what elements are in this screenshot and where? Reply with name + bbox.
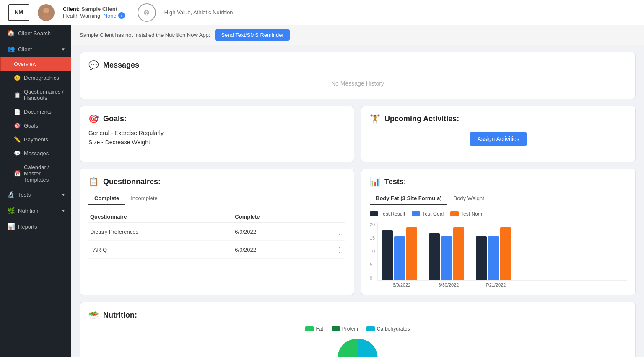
- sidebar-item-label: Calendar / Master Templates: [24, 164, 65, 183]
- legend-protein: Protein: [332, 326, 358, 332]
- goals-icon: 🎯: [88, 114, 99, 124]
- badge-icon: ⊗: [143, 8, 150, 17]
- tests-card-title: 📊 Tests:: [370, 177, 627, 187]
- info-icon[interactable]: i: [118, 12, 125, 19]
- chart-bars-area: [377, 222, 627, 281]
- y-label: 10: [370, 249, 375, 254]
- sidebar-item-documents[interactable]: 📄 Documents: [0, 105, 71, 119]
- calendar-icon: 📅: [14, 170, 21, 177]
- notification-bar: Sample Client has not installed the Nutr…: [71, 25, 644, 45]
- document-icon: 📄: [14, 109, 21, 115]
- bar-result: [476, 236, 487, 280]
- upcoming-activities-title: 🏋️ Upcoming Activities:: [370, 114, 627, 124]
- sidebar-item-payments[interactable]: ✏️ Payments: [0, 133, 71, 146]
- client-badge-icon: ⊗: [138, 3, 156, 22]
- tests-card-icon: 📊: [370, 177, 380, 187]
- tests-card: 📊 Tests: Body Fat (3 Site Formula) Body …: [361, 169, 636, 295]
- sidebar-item-overview[interactable]: Overview: [0, 57, 71, 71]
- bar-result: [429, 233, 440, 280]
- test-tab-body-fat[interactable]: Body Fat (3 Site Formula): [370, 193, 447, 205]
- clipboard-icon: 📋: [14, 92, 21, 98]
- legend-dot: [370, 211, 378, 216]
- nutrition-card-title: 🥗 Nutrition:: [88, 310, 627, 320]
- bar-norm: [406, 227, 417, 280]
- questionnaires-icon: 📋: [88, 177, 99, 187]
- x-label: 6/30/2022: [431, 282, 466, 287]
- chevron-down-icon: ▼: [61, 47, 65, 52]
- messages-icon: 💬: [88, 60, 99, 70]
- goal-item: General - Exercise Regularly: [88, 130, 345, 136]
- col-complete: Complete: [233, 211, 312, 223]
- pencil-icon: ✏️: [14, 136, 21, 143]
- table-row: PAR-Q 6/9/2022 ⋮: [88, 241, 345, 259]
- two-col-row: 🎯 Goals: General - Exercise Regularly Si…: [80, 106, 636, 162]
- nutrition-icon: 🌿: [7, 207, 15, 214]
- two-col-row-2: 📋 Questionnaires: Complete Incomplete Qu…: [80, 169, 636, 295]
- nutrition-legend: Fat Protein Carbohydrates: [88, 326, 627, 332]
- x-labels: 6/9/2022 6/30/2022 7/21/2022: [370, 282, 627, 287]
- tab-incomplete[interactable]: Incomplete: [125, 193, 164, 205]
- bar-goal: [441, 236, 452, 280]
- tab-complete[interactable]: Complete: [88, 193, 125, 205]
- sidebar-item-client[interactable]: 👥 Client ▼: [0, 41, 71, 57]
- legend-dot: [412, 211, 420, 216]
- y-label: 15: [370, 235, 375, 240]
- home-icon: 🏠: [7, 29, 15, 37]
- sidebar-item-label: Messages: [24, 150, 49, 156]
- app-body: 🏠 Client Search 👥 Client ▼ Overview 🙂 De…: [0, 25, 644, 357]
- messages-card-title: 💬 Messages: [88, 60, 627, 70]
- bar-norm: [500, 227, 511, 280]
- upcoming-activities-card: 🏋️ Upcoming Activities: Assign Activitie…: [361, 106, 636, 162]
- person-icon: 🙂: [14, 75, 21, 81]
- sidebar-item-label: Questionnaires / Handouts: [24, 89, 65, 101]
- bar-chart: 0 5 10 15 20: [370, 222, 627, 287]
- sidebar: 🏠 Client Search 👥 Client ▼ Overview 🙂 De…: [0, 25, 71, 357]
- send-reminder-button[interactable]: Send Text/SMS Reminder: [215, 29, 289, 41]
- bar-group: [382, 227, 417, 280]
- sidebar-item-client-search[interactable]: 🏠 Client Search: [0, 25, 71, 41]
- goals-card: 🎯 Goals: General - Exercise Regularly Si…: [80, 106, 354, 162]
- questionnaires-card: 📋 Questionnaires: Complete Incomplete Qu…: [80, 169, 354, 295]
- col-questionnaire: Questionnaire: [88, 211, 233, 223]
- legend-carbohydrates: Carbohydrates: [366, 326, 410, 332]
- health-warning-link[interactable]: None: [104, 13, 117, 19]
- row-actions-menu[interactable]: ⋮: [312, 241, 345, 259]
- sidebar-item-goals[interactable]: 🎯 Goals: [0, 119, 71, 133]
- top-header: NM Client: Sample Client Health Warning:…: [0, 0, 644, 25]
- test-tab-body-weight[interactable]: Body Weight: [447, 193, 490, 205]
- sidebar-item-label: Client Search: [18, 30, 51, 36]
- chevron-down-icon: ▼: [61, 208, 65, 213]
- activities-icon: 🏋️: [370, 114, 380, 124]
- content-area: 💬 Messages No Message History 🎯 Goals: G…: [71, 45, 644, 357]
- sidebar-item-reports[interactable]: 📊 Reports: [0, 219, 71, 235]
- row-actions-menu[interactable]: ⋮: [312, 223, 345, 241]
- q-complete-date: 6/9/2022: [233, 223, 312, 241]
- pie-chart-container: [88, 337, 627, 357]
- app-logo: NM: [8, 4, 29, 21]
- sidebar-item-questionnaires[interactable]: 📋 Questionnaires / Handouts: [0, 85, 71, 105]
- reports-icon: 📊: [7, 223, 15, 230]
- legend-test-goal: Test Goal: [412, 211, 444, 217]
- y-label: 5: [370, 262, 375, 267]
- badge-description: High Value, Athletic Nutrition: [164, 9, 233, 16]
- sidebar-item-messages[interactable]: 💬 Messages: [0, 146, 71, 160]
- sidebar-item-nutrition[interactable]: 🌿 Nutrition ▼: [0, 203, 71, 219]
- client-info: Client: Sample Client Health Warning: No…: [63, 6, 125, 19]
- chart-legend: Test Result Test Goal Test Norm: [370, 211, 627, 217]
- users-icon: 👥: [7, 45, 15, 53]
- messages-empty: No Message History: [88, 76, 627, 91]
- fat-dot: [305, 326, 314, 331]
- sidebar-item-tests[interactable]: 🔬 Tests ▼: [0, 187, 71, 203]
- chevron-down-icon: ▼: [61, 193, 65, 197]
- protein-dot: [332, 326, 340, 331]
- sidebar-item-demographics[interactable]: 🙂 Demographics: [0, 71, 71, 85]
- y-label: 20: [370, 222, 375, 227]
- legend-test-result: Test Result: [370, 211, 405, 217]
- sidebar-item-label: Tests: [18, 192, 31, 198]
- legend-dot: [450, 211, 459, 216]
- main-content: Sample Client has not installed the Nutr…: [71, 25, 644, 357]
- q-name: Dietary Preferences: [88, 223, 233, 241]
- sidebar-item-calendar[interactable]: 📅 Calendar / Master Templates: [0, 160, 71, 187]
- q-complete-date: 6/9/2022: [233, 241, 312, 259]
- assign-activities-button[interactable]: Assign Activities: [470, 132, 527, 146]
